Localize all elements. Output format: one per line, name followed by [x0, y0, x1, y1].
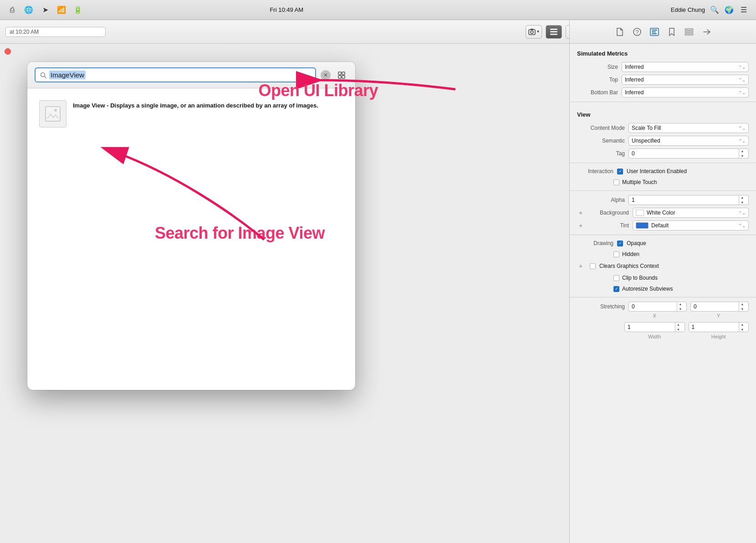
tag-stepper[interactable]: ▲ ▼ [739, 149, 746, 159]
stretch-h-up[interactable]: ▲ [739, 322, 746, 327]
library-popup: ImageView ✕ [27, 62, 355, 390]
tint-plus[interactable]: + [577, 222, 584, 229]
stretch-x-input[interactable]: 0 ▲ ▼ [628, 302, 687, 312]
search-container[interactable]: ImageView [35, 67, 316, 82]
clip-to-bounds-checkbox[interactable] [613, 275, 619, 281]
result-title: Image View - Displays a single image, or… [73, 102, 318, 109]
arrow-right-inspector-button[interactable] [699, 26, 714, 38]
content-mode-row: Content Mode Scale To Fill ⌃⌄ [570, 122, 756, 134]
list-item[interactable]: Image View - Displays a single image, or… [35, 96, 348, 132]
svg-rect-17 [652, 33, 657, 34]
content-mode-select[interactable]: Scale To Fill ⌃⌄ [628, 123, 749, 133]
bookmark-inspector-button[interactable] [664, 26, 679, 38]
semantic-row: Semantic Unspecified ⌃⌄ [570, 134, 756, 147]
result-image-icon [39, 100, 66, 128]
stretch-w-value: 1 [628, 324, 631, 330]
divider-5 [570, 297, 756, 297]
stretch-y-stepper[interactable]: ▲ ▼ [739, 302, 746, 312]
divider-2 [570, 163, 756, 163]
stretch-h-value: 1 [692, 324, 695, 330]
multiple-touch-label: Multiple Touch [622, 179, 657, 185]
attributes-inspector-button[interactable] [647, 26, 662, 38]
divider-1 [570, 102, 756, 102]
multiple-touch-checkbox[interactable] [613, 179, 619, 185]
library-grid-button[interactable] [335, 70, 348, 80]
stretch-x-down[interactable]: ▼ [677, 307, 684, 312]
file-inspector-button[interactable] [613, 26, 627, 38]
user-interaction-checkbox[interactable] [617, 169, 623, 174]
search-icon[interactable]: 🔍 [710, 5, 720, 15]
autoresize-checkbox[interactable] [613, 286, 619, 292]
stretch-h-down[interactable]: ▼ [739, 327, 746, 332]
bottom-bar-select[interactable]: Inferred ⌃⌄ [622, 87, 749, 97]
background-row: + Background White Color ⌃⌄ [570, 206, 756, 219]
search-input[interactable]: ImageView [49, 71, 86, 79]
tag-label: Tag [577, 150, 625, 157]
list-view-button[interactable] [546, 25, 562, 39]
svg-rect-16 [652, 31, 656, 32]
opaque-checkbox[interactable] [617, 241, 623, 246]
library-close-button[interactable]: ✕ [321, 70, 331, 80]
clears-graphics-checkbox[interactable] [590, 263, 596, 269]
stretch-y-input[interactable]: 0 ▲ ▼ [690, 302, 749, 312]
stretch-x-stepper[interactable]: ▲ ▼ [677, 302, 684, 312]
hidden-row: Hidden [570, 249, 756, 260]
interaction-label: Interaction [577, 168, 613, 174]
drawing-row: Drawing Opaque [570, 238, 756, 249]
snapshot-button[interactable]: ▼ [526, 25, 542, 39]
x-sublabel: X [624, 313, 685, 318]
background-plus[interactable]: + [577, 209, 584, 216]
svg-point-1 [531, 31, 533, 33]
svg-rect-19 [685, 31, 693, 32]
tint-select[interactable]: Default ⌃⌄ [633, 220, 749, 231]
wifi-icon: 📶 [56, 5, 66, 15]
clip-to-bounds-row: Clip to Bounds [570, 272, 756, 283]
stretch-w-stepper[interactable]: ▲ ▼ [675, 322, 682, 332]
stretch-x-up[interactable]: ▲ [677, 302, 684, 307]
stretch-w-down[interactable]: ▼ [675, 327, 682, 332]
drawing-plus[interactable]: + [577, 262, 584, 270]
list-inspector-button[interactable] [682, 26, 696, 38]
alpha-value: 1 [632, 197, 635, 203]
stretch-y-value: 0 [694, 303, 697, 310]
top-select[interactable]: Inferred ⌃⌄ [622, 75, 749, 85]
stretch-y-up[interactable]: ▲ [739, 302, 746, 307]
tag-stepper-up[interactable]: ▲ [739, 149, 746, 154]
stretch-y-down[interactable]: ▼ [739, 307, 746, 312]
alpha-stepper-up[interactable]: ▲ [739, 195, 746, 200]
alpha-stepper[interactable]: ▲ ▼ [739, 195, 746, 205]
stretch-w-up[interactable]: ▲ [675, 322, 682, 327]
canvas-panel: ImageView ✕ [0, 44, 569, 543]
stretch-w-input[interactable]: 1 ▲ ▼ [624, 322, 685, 332]
svg-rect-15 [652, 30, 657, 31]
svg-rect-26 [46, 107, 60, 121]
result-text: Image View - Displays a single image, or… [73, 100, 318, 109]
background-select[interactable]: White Color ⌃⌄ [633, 208, 749, 218]
hidden-checkbox[interactable] [613, 251, 619, 257]
svg-rect-4 [550, 31, 557, 32]
menubar-user: Eddie Chung [671, 6, 705, 13]
tag-value: 0 [632, 150, 635, 157]
background-value: White Color [647, 210, 675, 216]
stretch-h-input[interactable]: 1 ▲ ▼ [689, 322, 749, 332]
semantic-chevron: ⌃⌄ [738, 138, 746, 143]
stretching-label: Stretching [577, 303, 625, 310]
size-value: Inferred [625, 64, 644, 70]
alpha-input[interactable]: 1 ▲ ▼ [628, 195, 749, 205]
stretch-h-stepper[interactable]: ▲ ▼ [739, 322, 746, 332]
tag-stepper-down[interactable]: ▼ [739, 154, 746, 159]
snapshot-chevron: ▼ [536, 30, 540, 34]
semantic-select[interactable]: Unspecified ⌃⌄ [628, 136, 749, 146]
top-row: Top Inferred ⌃⌄ [570, 73, 756, 86]
help-inspector-button[interactable]: ? [630, 26, 644, 38]
background-label: Background [588, 210, 629, 216]
tint-row: + Tint Default ⌃⌄ [570, 219, 756, 232]
tag-input[interactable]: 0 ▲ ▼ [628, 149, 749, 159]
bottom-bar-label: Bottom Bar [577, 89, 618, 96]
size-chevron: ⌃⌄ [738, 65, 746, 70]
alpha-stepper-down[interactable]: ▼ [739, 200, 746, 205]
simulated-metrics-title: Simulated Metrics [570, 44, 756, 61]
size-select[interactable]: Inferred ⌃⌄ [622, 62, 749, 72]
close-button[interactable] [5, 48, 11, 55]
width-sublabel: Width [624, 334, 685, 339]
